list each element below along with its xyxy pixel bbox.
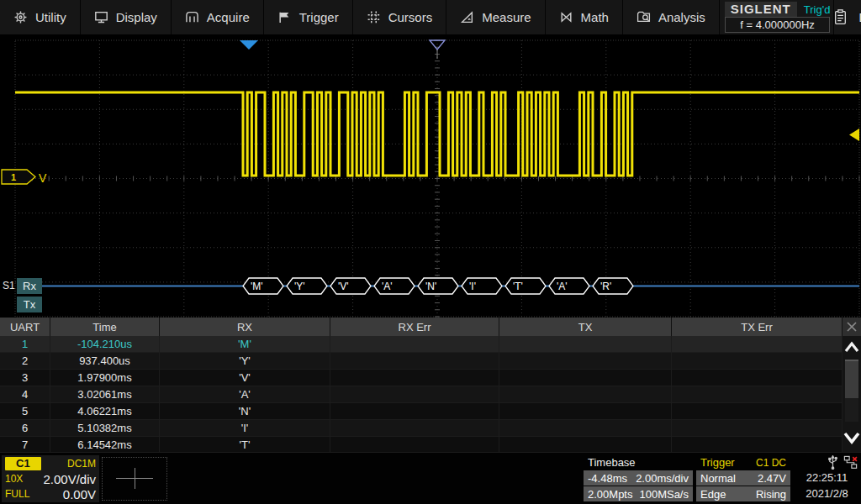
menu-bar: Utility Display Acquire (0, 0, 861, 36)
table-row[interactable]: 65.10382ms'I' (0, 420, 843, 437)
channel1-offset: 0.00V (63, 487, 96, 501)
column-header-uart[interactable]: UART (0, 318, 50, 336)
table-cell: 2 (0, 353, 50, 369)
decode-bubble-text: 'T' (513, 281, 523, 292)
trigger-source: C1 DC (756, 457, 786, 469)
trigger-mode: Normal (700, 472, 736, 485)
network-disconnected-icon (843, 455, 858, 470)
table-row[interactable]: 31.97900ms'V' (0, 370, 843, 386)
menu-cursors[interactable]: Cursors (353, 0, 447, 34)
table-row[interactable]: 2937.400us'Y' (0, 353, 843, 370)
trigger-level-marker[interactable] (849, 129, 859, 141)
menu-label: Trigger (299, 10, 339, 24)
menu-display[interactable]: Display (81, 0, 172, 34)
channel1-box[interactable]: C1 DC1M 10X 2.00V/div FULL 0.00V (2, 455, 99, 502)
menu-label: Acquire (207, 10, 250, 24)
table-cell (330, 370, 499, 386)
decode-bubble (287, 278, 327, 294)
table-cell (672, 386, 843, 402)
status-block: SIGLENT Trig'd f = 4.000000Hz (720, 0, 834, 34)
decode-bubble-text: 'A' (557, 281, 568, 292)
cursors-icon (367, 10, 381, 24)
table-cell: 5 (0, 403, 50, 419)
trigger-level: 2.47V (758, 472, 786, 485)
table-cell: 5.10382ms (50, 420, 160, 436)
decode-bubble (418, 278, 458, 294)
table-row[interactable]: 54.06221ms'N' (0, 403, 843, 420)
waveform-display: 1V'M''Y''V''A''N''I''T''A''R' S1 Rx Tx (0, 36, 861, 318)
decode-table: UARTTimeRXRX ErrTXTX Err 1-104.210us'M'2… (0, 318, 861, 452)
timebase-box[interactable]: Timebase -4.48ms 2.00ms/div 2.00Mpts 100… (584, 455, 693, 502)
menu-measure[interactable]: Measure (446, 0, 545, 34)
table-header: UARTTimeRXRX ErrTXTX Err (0, 318, 843, 336)
table-cell (499, 353, 672, 369)
tx-badge[interactable]: Tx (17, 297, 42, 312)
siglent-logo: SIGLENT (725, 2, 797, 17)
close-table-button[interactable] (843, 318, 861, 336)
column-header-rx[interactable]: RX (160, 318, 330, 336)
table-cell (499, 420, 672, 436)
column-header-time[interactable]: Time (50, 318, 160, 336)
oscilloscope-screen: Utility Display Acquire (0, 0, 861, 504)
menu-utility[interactable]: Utility (0, 0, 81, 34)
table-cell (499, 403, 672, 419)
trigger-title: Trigger (700, 456, 735, 469)
trigger-position-marker[interactable] (430, 40, 445, 50)
gear-icon (13, 10, 28, 24)
decode-list-icon (834, 9, 847, 25)
table-body: 1-104.210us'M'2937.400us'Y'31.97900ms'V'… (0, 336, 843, 454)
decode-bubble-text: 'I' (469, 281, 476, 292)
add-channel-box[interactable] (102, 457, 167, 501)
table-cell (499, 437, 672, 453)
table-cell: 3 (0, 370, 50, 386)
chevron-down-icon (843, 429, 861, 446)
table-cell: 4.06221ms (50, 403, 160, 419)
crosshair-icon (135, 468, 135, 489)
table-cell (330, 420, 499, 436)
trigger-box[interactable]: Trigger C1 DC Normal 2.47V Edge Rising (696, 455, 790, 502)
scroll-up-button[interactable] (843, 336, 861, 358)
table-row[interactable]: 43.02061ms'A' (0, 386, 843, 403)
table-cell: -104.210us (50, 336, 160, 352)
column-header-rx-err[interactable]: RX Err (330, 318, 499, 336)
table-cell: 'T' (160, 437, 330, 453)
table-cell (672, 403, 843, 419)
decode-bus-label: S1 (3, 280, 15, 291)
table-cell: 'I' (160, 420, 330, 436)
table-row[interactable]: 1-104.210us'M' (0, 336, 843, 353)
menu-math[interactable]: Math (546, 0, 623, 34)
table-cell: 937.400us (50, 353, 160, 369)
menu-analysis[interactable]: Analysis (623, 0, 720, 34)
decode-button[interactable]: DECODE (833, 0, 861, 34)
trigger-delay-marker[interactable] (240, 40, 258, 50)
rx-badge[interactable]: Rx (17, 278, 42, 294)
table-cell: 6.14542ms (50, 437, 160, 453)
decode-bubble-text: 'M' (251, 281, 263, 292)
menu-trigger[interactable]: Trigger (264, 0, 353, 34)
table-scrollbar (843, 318, 861, 452)
column-header-tx[interactable]: TX (499, 318, 672, 336)
clock-date: 2021/2/8 (795, 486, 859, 501)
channel1-level-marker[interactable] (2, 170, 35, 184)
column-header-tx-err[interactable]: TX Err (672, 318, 843, 336)
channel1-waveform (15, 92, 859, 176)
clock-area: 22:25:11 2021/2/8 (795, 455, 859, 502)
table-cell (672, 420, 843, 436)
table-cell (672, 353, 843, 369)
table-cell: 3.02061ms (50, 386, 160, 402)
trigger-status: Trig'd (804, 3, 831, 16)
trigger-flag-icon (277, 10, 292, 24)
table-cell (330, 336, 499, 352)
scrollbar-track[interactable] (845, 360, 858, 422)
chevron-up-icon (843, 340, 860, 354)
menu-label: Measure (482, 10, 531, 24)
table-cell (672, 370, 843, 386)
scrollbar-thumb[interactable] (845, 360, 858, 398)
scroll-down-button[interactable] (843, 423, 861, 452)
channel1-scale: 2.00V/div (43, 472, 96, 486)
timebase-memory: 2.00Mpts (588, 488, 632, 501)
trigger-type: Edge (700, 488, 726, 501)
menu-acquire[interactable]: Acquire (172, 0, 264, 34)
table-row[interactable]: 76.14542ms'T' (0, 437, 843, 454)
table-cell: 6 (0, 420, 50, 436)
